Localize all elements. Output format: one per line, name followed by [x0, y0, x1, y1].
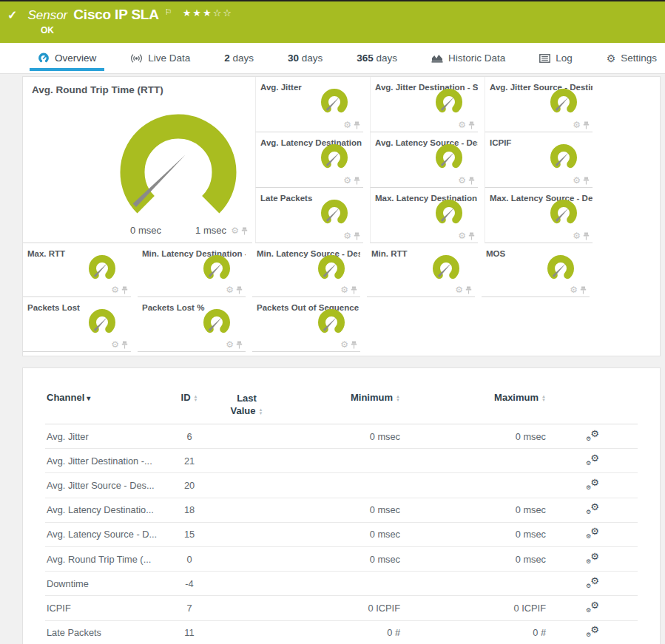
pin-icon[interactable] — [351, 286, 357, 294]
edit-channel-gears-icon[interactable]: ⚙⚙ — [586, 503, 599, 515]
gauge-tile-avg-latency-destination-so[interactable]: Avg. Latency Destination - So...⚙ — [255, 132, 363, 188]
gear-icon[interactable]: ⚙ — [573, 177, 581, 185]
channel-name[interactable]: Avg. Jitter Source - Des... — [45, 480, 167, 491]
gear-icon[interactable]: ⚙ — [458, 177, 466, 185]
edit-channel-gears-icon[interactable]: ⚙⚙ — [586, 601, 599, 613]
gauge-tile-packets-lost[interactable]: Packets Lost %⚙ — [138, 297, 246, 352]
gear-icon[interactable]: ⚙ — [343, 121, 351, 129]
channel-minimum: 0 msec — [282, 504, 400, 515]
gauge-tile-avg-jitter-destination-source[interactable]: Avg. Jitter Destination - Source⚙ — [370, 77, 478, 132]
pin-icon[interactable] — [465, 286, 472, 294]
edit-channel-gears-icon[interactable]: ⚙⚙ — [586, 577, 599, 589]
channel-maximum: 0 # — [400, 627, 546, 638]
tab-live-data[interactable]: Live Data — [128, 43, 192, 73]
edit-channel-gears-icon[interactable]: ⚙⚙ — [586, 454, 599, 466]
channel-id: 11 — [167, 627, 212, 638]
channel-id: 21 — [167, 455, 212, 467]
gear-icon[interactable]: ⚙ — [111, 286, 119, 294]
pin-icon[interactable] — [468, 232, 475, 240]
channel-minimum: 0 # — [282, 627, 400, 638]
gauge-tile-avg-jitter-source-destination[interactable]: Avg. Jitter Source - Destination⚙ — [485, 77, 593, 132]
pin-icon[interactable] — [121, 341, 128, 349]
tab-365-days[interactable]: 365 days — [354, 43, 399, 73]
channel-name[interactable]: Downtime — [45, 578, 167, 589]
edit-channel-gears-icon[interactable]: ⚙⚙ — [586, 626, 599, 637]
column-header-id[interactable]: ID▲▼ — [167, 392, 212, 403]
tab-2-days[interactable]: 2 days — [222, 43, 256, 73]
edit-channel-gears-icon[interactable]: ⚙⚙ — [586, 430, 599, 441]
column-header-last-value[interactable]: LastValue▲▼ — [212, 392, 282, 417]
gauge-tile-min-rtt[interactable]: Min. RTT⚙ — [367, 243, 475, 297]
gear-icon[interactable]: ⚙ — [573, 121, 581, 129]
column-label: Maximum — [494, 392, 539, 403]
pin-icon[interactable] — [241, 227, 248, 235]
column-label: ID — [181, 392, 191, 403]
channel-name[interactable]: Avg. Latency Source - D... — [45, 529, 167, 540]
pin-icon[interactable] — [583, 177, 590, 185]
gear-icon[interactable]: ⚙ — [455, 286, 463, 294]
pin-icon[interactable] — [468, 177, 475, 185]
gauge-row-bottom: Packets Lost⚙Packets Lost %⚙Packets Out … — [23, 297, 660, 352]
gear-icon[interactable]: ⚙ — [340, 341, 348, 349]
gear-icon[interactable]: ⚙ — [111, 341, 119, 349]
gauge-tile-max-latency-source-destin[interactable]: Max. Latency Source - Destin...⚙ — [485, 188, 593, 243]
gauge-tile-min-latency-source-destina[interactable]: Min. Latency Source - Destina...⚙ — [252, 243, 360, 297]
column-header-minimum[interactable]: Minimum▲▼ — [282, 392, 400, 403]
gauge-tile-avg-latency-source-destin[interactable]: Avg. Latency Source - Destin...⚙ — [370, 132, 478, 188]
pin-icon[interactable] — [354, 121, 360, 129]
pin-icon[interactable] — [121, 286, 128, 294]
gauge-tile-packets-out-of-sequence[interactable]: Packets Out of Sequence⚙ — [252, 297, 360, 352]
gauge-tile-avg-jitter[interactable]: Avg. Jitter⚙ — [255, 77, 363, 132]
gear-icon[interactable]: ⚙ — [343, 177, 351, 185]
column-header-maximum[interactable]: Maximum▲▼ — [400, 392, 546, 403]
pin-icon[interactable] — [236, 286, 243, 294]
gear-icon[interactable]: ⚙ — [231, 227, 239, 235]
tab-log[interactable]: Log — [537, 43, 575, 73]
gauge-tile-max-rtt[interactable]: Max. RTT⚙ — [23, 243, 131, 297]
star-rating[interactable]: ★★★☆☆ — [183, 7, 233, 18]
gauge-dial — [428, 253, 464, 284]
gear-icon[interactable]: ⚙ — [340, 286, 348, 294]
pin-icon[interactable] — [580, 286, 587, 294]
tab-overview[interactable]: Overview — [36, 43, 98, 73]
channel-name[interactable]: Avg. Jitter Destination -... — [45, 455, 167, 467]
table-row-avg-round-trip-time: Avg. Round Trip Time (...00 msec0 msec⚙⚙ — [45, 547, 638, 572]
gauge-tile-icpif[interactable]: ICPIF⚙ — [485, 132, 593, 188]
edit-channel-gears-icon[interactable]: ⚙⚙ — [586, 527, 599, 539]
gear-icon[interactable]: ⚙ — [343, 232, 351, 240]
pin-icon[interactable] — [351, 341, 357, 349]
pin-icon[interactable] — [583, 232, 590, 240]
pin-icon[interactable] — [583, 121, 590, 129]
gauge-tile-avg-round-trip-time[interactable]: Avg. Round Trip Time (RTT) 0 msec 1 msec… — [23, 77, 252, 243]
channel-name[interactable]: Avg. Jitter — [45, 431, 167, 442]
edit-channel-gears-icon[interactable]: ⚙⚙ — [586, 552, 599, 564]
channel-name[interactable]: Avg. Latency Destinatio... — [45, 504, 167, 515]
priority-flag-icon[interactable]: ⚐ — [165, 7, 172, 17]
tab-label: Live Data — [148, 52, 190, 64]
gauge-tile-max-latency-destination-so[interactable]: Max. Latency Destination - So...⚙ — [370, 188, 478, 243]
gear-icon[interactable]: ⚙ — [458, 232, 466, 240]
gauge-dial — [317, 197, 352, 228]
tab-30-days[interactable]: 30 days — [286, 43, 325, 73]
tab-settings[interactable]: ⚙Settings — [604, 43, 659, 73]
channel-name[interactable]: Avg. Round Trip Time (... — [45, 554, 167, 565]
edit-channel-gears-icon[interactable]: ⚙⚙ — [586, 478, 599, 490]
pin-icon[interactable] — [468, 121, 475, 129]
pin-icon[interactable] — [354, 177, 360, 185]
gear-icon[interactable]: ⚙ — [573, 232, 581, 240]
gauge-tile-late-packets[interactable]: Late Packets⚙ — [255, 188, 363, 243]
gear-icon[interactable]: ⚙ — [570, 286, 578, 294]
gauge-dial — [546, 197, 581, 228]
column-header-channel[interactable]: Channel▾ — [45, 392, 167, 403]
gear-icon[interactable]: ⚙ — [226, 341, 234, 349]
gear-icon[interactable]: ⚙ — [226, 286, 234, 294]
pin-icon[interactable] — [354, 232, 360, 240]
gear-icon[interactable]: ⚙ — [458, 121, 466, 129]
channel-name[interactable]: ICPIF — [45, 603, 167, 614]
channel-name[interactable]: Late Packets — [45, 627, 167, 638]
tab-historic-data[interactable]: Historic Data — [429, 43, 507, 73]
pin-icon[interactable] — [236, 341, 243, 349]
gauge-tile-min-latency-destination-so[interactable]: Min. Latency Destination - So...⚙ — [138, 243, 246, 297]
gauge-tile-mos[interactable]: MOS⚙ — [482, 243, 590, 297]
gauge-tile-packets-lost[interactable]: Packets Lost⚙ — [23, 297, 131, 352]
